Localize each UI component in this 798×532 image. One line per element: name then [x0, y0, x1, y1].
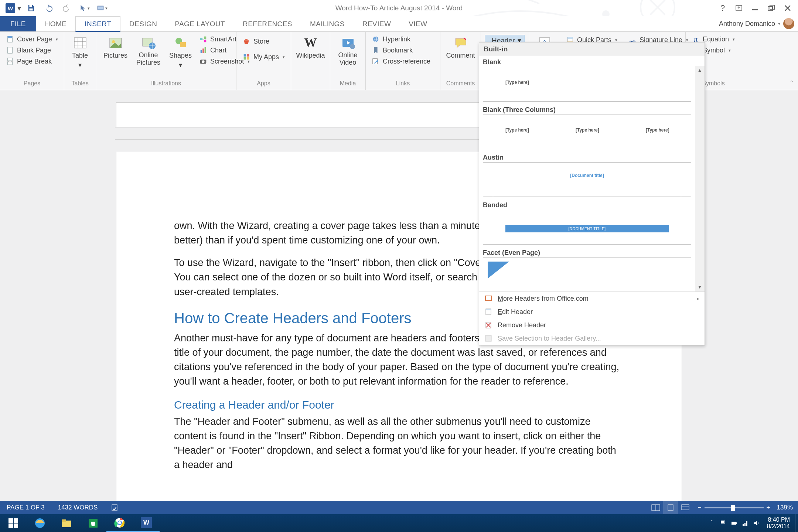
more-headers-item[interactable]: More Headers from Office.com ▸ — [479, 292, 705, 305]
taskbar-chrome[interactable] — [106, 514, 133, 532]
svg-rect-51 — [485, 335, 491, 341]
group-wikipedia: W Wikipedia — [291, 32, 330, 90]
tab-mailings[interactable]: MAILINGS — [301, 16, 354, 31]
svg-rect-69 — [743, 524, 744, 526]
online-pictures-button[interactable]: Online Pictures — [133, 34, 164, 68]
heading-3: Creating a Header and/or Footer — [174, 397, 624, 413]
svg-rect-24 — [204, 37, 206, 39]
gallery-footer: More Headers from Office.com ▸ Edit Head… — [479, 291, 705, 345]
tray-volume-icon[interactable] — [751, 514, 762, 532]
scroll-up-icon[interactable]: ▲ — [695, 66, 705, 75]
group-illustrations: Pictures Online Pictures Shapes▾ SmartAr… — [96, 32, 236, 90]
gallery-scrollbar[interactable]: ▲ ▼ — [695, 66, 705, 291]
hyperlink-button[interactable]: Hyperlink — [369, 34, 433, 44]
chevron-right-icon: ▸ — [697, 296, 699, 301]
blank-page-button[interactable]: Blank Page — [4, 45, 60, 55]
status-page[interactable]: PAGE 1 OF 3 — [0, 504, 51, 511]
taskbar-explorer[interactable] — [53, 514, 80, 532]
pictures-button[interactable]: Pictures — [100, 34, 131, 61]
scroll-down-icon[interactable]: ▼ — [695, 283, 705, 291]
my-apps-button[interactable]: My Apps▾ — [240, 52, 287, 62]
save-icon[interactable] — [22, 1, 40, 16]
svg-rect-71 — [746, 521, 747, 526]
header-gallery: Built-in ▲ ▼ Blank [Type here] Blank (Th… — [479, 42, 705, 345]
svg-point-30 — [202, 60, 204, 63]
tray-power-icon[interactable] — [729, 514, 740, 532]
account-menu[interactable]: Anthony Domanico▾ — [719, 18, 794, 29]
comment-button[interactable]: Comment — [442, 34, 478, 61]
taskbar-store[interactable] — [80, 514, 106, 532]
svg-point-36 — [350, 44, 355, 49]
gallery-item-facet[interactable] — [483, 258, 691, 289]
gallery-item-banded[interactable]: [DOCUMENT TITLE] — [483, 210, 691, 245]
status-words[interactable]: 1432 WORDS — [51, 504, 105, 511]
show-desktop[interactable] — [795, 514, 798, 532]
word-app-icon[interactable]: W▾ — [4, 1, 22, 16]
zoom-level[interactable]: 139% — [777, 504, 793, 511]
redo-icon[interactable] — [58, 1, 75, 16]
taskbar-word[interactable]: W — [133, 514, 160, 532]
svg-rect-59 — [14, 524, 18, 528]
svg-rect-15 — [8, 62, 13, 65]
svg-rect-70 — [744, 523, 746, 526]
edit-header-item[interactable]: Edit Header — [479, 305, 705, 318]
tray-up-icon[interactable]: ˆ — [706, 514, 717, 532]
collapse-ribbon-icon[interactable]: ˆ — [791, 80, 793, 88]
clock[interactable]: 8:40 PM 8/2/2014 — [762, 516, 795, 529]
qat-customize-icon[interactable]: ▾ — [93, 1, 111, 16]
tab-home[interactable]: HOME — [36, 16, 76, 31]
online-video-button[interactable]: Online Video — [334, 34, 362, 68]
svg-point-66 — [118, 521, 121, 524]
cover-page-button[interactable]: Cover Page▾ — [4, 34, 60, 44]
gallery-item-austin[interactable]: [Document title] — [483, 162, 691, 197]
store-button[interactable]: Store — [240, 36, 287, 47]
minimize-icon[interactable] — [747, 1, 763, 16]
ribbon-tabs: FILE HOME INSERT DESIGN PAGE LAYOUT REFE… — [0, 16, 798, 32]
title-bar: W▾ ▾ ▾ Word How-To Article August 2014 -… — [0, 0, 798, 16]
start-button[interactable] — [0, 514, 27, 532]
tab-file[interactable]: FILE — [0, 16, 36, 31]
tab-view[interactable]: VIEW — [400, 16, 436, 31]
zoom-out-icon[interactable]: − — [698, 504, 702, 511]
taskbar-ie[interactable] — [27, 514, 53, 532]
gallery-item-blank-3col[interactable]: [Type here] [Type here] [Type here] — [483, 115, 691, 149]
gallery-item-label: Banded — [479, 199, 695, 210]
svg-rect-13 — [8, 47, 13, 54]
page-break-button[interactable]: Page Break — [4, 56, 60, 66]
close-icon[interactable] — [780, 1, 796, 16]
shapes-button[interactable]: Shapes▾ — [166, 34, 195, 71]
ribbon-display-icon[interactable] — [731, 1, 747, 16]
cross-reference-button[interactable]: Cross-reference — [369, 56, 433, 66]
svg-rect-34 — [247, 57, 249, 59]
proofing-icon[interactable] — [104, 504, 126, 512]
tab-insert[interactable]: INSERT — [75, 16, 120, 32]
quick-access-toolbar: W▾ ▾ ▾ — [0, 1, 111, 16]
remove-header-item[interactable]: Remove Header — [479, 318, 705, 332]
zoom-slider[interactable]: − + 139% — [693, 504, 798, 511]
gallery-item-blank[interactable]: [Type here] — [483, 67, 691, 102]
pointer-mode-icon[interactable]: ▾ — [75, 1, 93, 16]
tab-references[interactable]: REFERENCES — [234, 16, 301, 31]
svg-point-18 — [112, 40, 115, 43]
tab-page-layout[interactable]: PAGE LAYOUT — [166, 16, 234, 31]
undo-icon[interactable] — [40, 1, 58, 16]
tab-design[interactable]: DESIGN — [120, 16, 166, 31]
window-title: Word How-To Article August 2014 - Word — [335, 4, 463, 12]
zoom-in-icon[interactable]: + — [767, 504, 770, 511]
table-button[interactable]: Table▾ — [68, 34, 92, 71]
tray-network-icon[interactable] — [740, 514, 751, 532]
gallery-item-label: Facet (Even Page) — [479, 247, 695, 258]
help-icon[interactable]: ? — [715, 1, 731, 16]
tray-flag-icon[interactable] — [717, 514, 729, 532]
restore-icon[interactable] — [763, 1, 780, 16]
bookmark-button[interactable]: Bookmark — [369, 45, 433, 55]
wikipedia-button[interactable]: W Wikipedia — [292, 34, 328, 61]
svg-rect-14 — [8, 58, 13, 61]
gallery-item-label: Austin — [479, 151, 695, 162]
svg-rect-58 — [8, 524, 13, 528]
print-layout-icon[interactable] — [663, 501, 678, 514]
tab-review[interactable]: REVIEW — [354, 16, 400, 31]
web-layout-icon[interactable] — [678, 501, 693, 514]
read-mode-icon[interactable] — [648, 501, 663, 514]
status-bar: PAGE 1 OF 3 1432 WORDS − + 139% — [0, 501, 798, 514]
